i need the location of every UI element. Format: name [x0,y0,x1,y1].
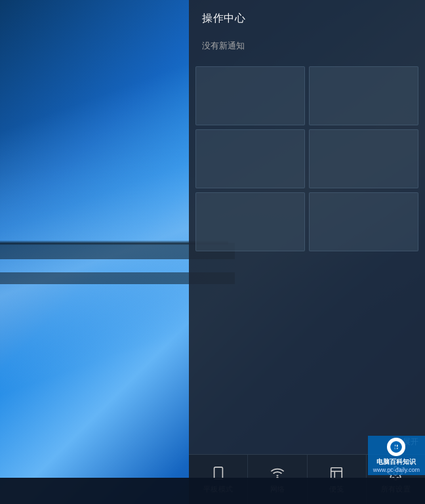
tile-5 [195,192,305,251]
watermark-site-url: www.pc-daily.com [373,467,420,473]
taskbar [0,478,425,504]
action-center-panel: 操作中心 没有新通知 展开 平板模式 [189,0,425,504]
tile-2 [309,66,418,125]
watermark: 电脑百科知识 www.pc-daily.com [368,436,425,475]
tile-3 [195,129,305,188]
svg-rect-3 [331,468,342,479]
tiles-area [189,60,425,432]
tile-4 [309,129,418,188]
tile-6 [309,192,418,251]
watermark-logo-icon [387,438,405,456]
watermark-site-name: 电脑百科知识 [376,457,416,467]
action-center-header: 操作中心 [189,0,425,32]
watermark-box: 电脑百科知识 www.pc-daily.com [368,436,425,475]
tile-1 [195,66,305,125]
tile-row-1 [195,66,418,125]
action-center-title: 操作中心 [202,12,412,26]
tile-row-2 [195,129,418,188]
no-notifications-text: 没有新通知 [189,32,425,60]
tile-row-3 [195,192,418,251]
